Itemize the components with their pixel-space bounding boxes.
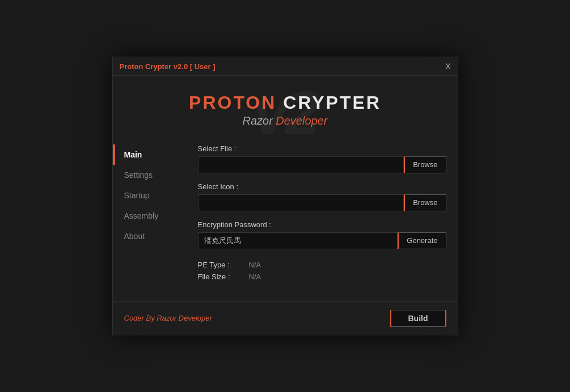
encryption-password-input[interactable] [198,232,398,249]
select-icon-input[interactable] [198,194,404,211]
select-file-label: Select File : [198,144,446,153]
file-size-value: N/A [249,272,261,281]
file-size-row: File Size : N/A [198,272,446,281]
generate-button[interactable]: Generate [398,232,446,249]
select-file-input[interactable] [198,156,404,173]
logo-title: PROTON CRYPTER [124,93,446,113]
encryption-password-label: Encryption Password : [198,220,446,229]
info-group: PE Type : N/A File Size : N/A [198,261,446,281]
select-icon-group: Select Icon : Browse [198,182,446,211]
select-icon-label: Select Icon : [198,182,446,191]
pe-type-value: N/A [249,261,261,269]
window-title: Proton Crypter v2.0 [ User ] [120,62,216,71]
logo-main: PROTON CRYPTER Razor Developer [124,93,446,127]
logo-area: v2 PROTON CRYPTER Razor Developer [113,76,458,138]
select-file-row: Browse [198,156,446,173]
select-icon-row: Browse [198,194,446,211]
encryption-password-group: Encryption Password : Generate [198,220,446,249]
main-panel: Select File : Browse Select Icon : Brows… [181,139,458,290]
content-area: Main Settings Startup Assembly About Sel… [113,139,458,301]
build-button[interactable]: Build [390,310,446,327]
titlebar: Proton Crypter v2.0 [ User ] X [113,57,458,76]
main-window: Proton Crypter v2.0 [ User ] X v2 PROTON… [112,57,458,335]
file-size-label: File Size : [198,272,249,281]
sidebar: Main Settings Startup Assembly About [113,139,181,290]
sidebar-item-assembly[interactable]: Assembly [113,206,181,226]
logo-developer: Developer [273,114,328,127]
close-button[interactable]: X [445,62,450,71]
sidebar-item-main[interactable]: Main [113,144,181,165]
encryption-password-row: Generate [198,232,446,249]
logo-razor: Razor [242,114,272,127]
logo-crypter: CRYPTER [276,92,381,113]
logo-proton: PROTON [189,92,276,113]
pe-type-label: PE Type : [198,261,249,269]
logo-subtitle: Razor Developer [124,114,446,127]
browse-icon-button[interactable]: Browse [404,194,446,211]
footer: Coder By Razor Developer Build [113,301,458,335]
footer-credit: Coder By Razor Developer [124,314,212,322]
sidebar-item-startup[interactable]: Startup [113,185,181,206]
sidebar-item-settings[interactable]: Settings [113,165,181,185]
select-file-group: Select File : Browse [198,144,446,173]
browse-file-button[interactable]: Browse [404,156,446,173]
sidebar-item-about[interactable]: About [113,226,181,246]
pe-type-row: PE Type : N/A [198,261,446,269]
